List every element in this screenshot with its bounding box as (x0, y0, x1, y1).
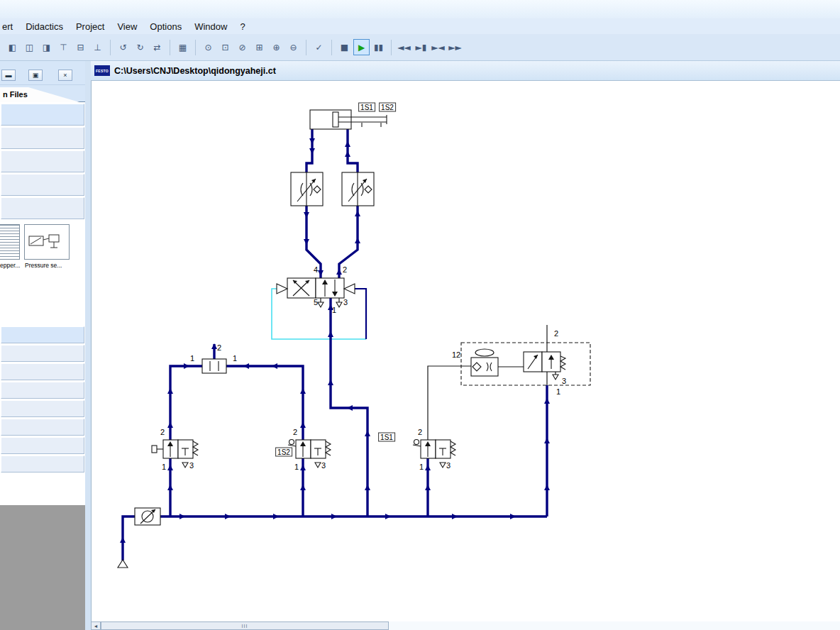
zoom-window-icon[interactable]: ⊡ (217, 39, 233, 55)
menu-item-didactics[interactable]: Didactics (19, 20, 70, 33)
close-button[interactable]: × (58, 70, 72, 81)
restore-button[interactable]: ▣ (28, 70, 43, 81)
mirror-icon[interactable]: ⇄ (149, 39, 165, 55)
zoom-in-icon[interactable]: ⊕ (268, 39, 284, 55)
sidebar-row[interactable] (1, 104, 84, 126)
menu-item-ert[interactable]: ert (0, 20, 19, 33)
panel-empty-area (0, 505, 85, 630)
library-item-label: epper... (0, 262, 21, 269)
sidebar-row[interactable] (1, 419, 84, 436)
menu-item-window[interactable]: Window (188, 20, 233, 33)
view-full-icon[interactable]: ⊙ (200, 39, 216, 55)
horizontal-scrollbar[interactable]: ◄ III (91, 621, 840, 630)
align-center-icon[interactable]: ◫ (21, 39, 38, 55)
library-item-label: Pressure se... (25, 262, 70, 269)
align-top-icon[interactable]: ⊤ (55, 39, 72, 55)
sim-until-state-icon[interactable]: ►◄ (430, 39, 446, 55)
stop-icon[interactable]: ■ (336, 39, 353, 55)
scroll-left-button[interactable]: ◄ (91, 621, 101, 630)
rotate-right-icon[interactable]: ↻ (132, 39, 148, 55)
toolbar-separator (306, 40, 306, 55)
sidebar-row[interactable] (1, 150, 84, 172)
play-icon[interactable]: ▶ (353, 39, 370, 55)
panel-splitter[interactable] (85, 61, 91, 630)
panel-tab[interactable]: n Files (0, 87, 79, 102)
sim-next-state-icon[interactable]: ►► (447, 39, 463, 55)
sim-step-icon[interactable]: ►▮ (413, 39, 429, 55)
toolbar-separator (170, 40, 170, 55)
toolbar: ◧◫◨⊤⊟⊥↺↻⇄▦⊙⊡⊘⊞⊕⊖✓■▶▮▮◄◄►▮►◄►► (0, 34, 840, 61)
menu-item-help[interactable]: ? (233, 20, 251, 33)
menu-item-view[interactable]: View (111, 20, 143, 33)
panel-row-group-top (1, 104, 84, 221)
sidebar-row[interactable] (1, 382, 84, 399)
sim-reset-icon[interactable]: ◄◄ (396, 39, 412, 55)
sidebar-row[interactable] (1, 437, 84, 454)
toolbar-separator (331, 40, 332, 55)
scrollbar-thumb[interactable]: III (101, 621, 389, 630)
document-titlebar: FESTO C:\Users\CNJ\Desktop\qidongyaheji.… (91, 61, 840, 81)
menu-item-project[interactable]: Project (70, 20, 111, 33)
grid-icon[interactable]: ▦ (175, 39, 191, 55)
document-path: C:\Users\CNJ\Desktop\qidongyaheji.ct (114, 66, 276, 76)
zoom-rect-icon[interactable]: ⊞ (251, 39, 267, 55)
toolbar-separator (391, 40, 392, 55)
panel-tab-label: n Files (3, 90, 28, 99)
sidebar-row[interactable] (1, 127, 84, 149)
menu-item-options[interactable]: Options (143, 20, 188, 33)
align-middle-icon[interactable]: ⊟ (72, 39, 89, 55)
window-titlebar (0, 0, 840, 18)
toolbar-separator (110, 40, 111, 55)
sidebar-row[interactable] (1, 174, 84, 196)
pause-icon[interactable]: ▮▮ (370, 39, 387, 55)
library-panel: ▬▣× n Files epper... Pressure se... (0, 61, 85, 630)
library-item-pressure-sensor[interactable] (24, 224, 70, 260)
festo-logo: FESTO (94, 65, 110, 76)
align-left-icon[interactable]: ◧ (4, 39, 21, 55)
rotate-left-icon[interactable]: ↺ (115, 39, 131, 55)
sidebar-row[interactable] (1, 400, 84, 417)
sidebar-row[interactable] (1, 455, 84, 472)
panel-row-group-bottom (1, 326, 84, 474)
sidebar-row[interactable] (1, 197, 84, 219)
pressure-sensor-thumbnail-icon (25, 225, 69, 259)
panel-thumbnails: epper... Pressure se... (0, 223, 85, 277)
library-panel-header: ▬▣× (0, 61, 85, 85)
library-item-stepper[interactable] (0, 224, 20, 260)
align-bottom-icon[interactable]: ⊥ (89, 39, 106, 55)
sidebar-row[interactable] (1, 363, 84, 380)
panel-tab-row: n Files (0, 85, 85, 102)
circuit-canvas[interactable] (91, 81, 840, 621)
align-right-icon[interactable]: ◨ (38, 39, 55, 55)
minimize-button[interactable]: ▬ (1, 70, 16, 81)
toolbar-separator (195, 40, 196, 55)
zoom-last-icon[interactable]: ⊘ (234, 39, 250, 55)
check-icon[interactable]: ✓ (311, 39, 327, 55)
zoom-out-icon[interactable]: ⊖ (285, 39, 302, 55)
sidebar-row[interactable] (1, 326, 84, 343)
sidebar-row[interactable] (1, 345, 84, 362)
menu-bar: ertDidacticsProjectViewOptionsWindow? (0, 18, 840, 34)
